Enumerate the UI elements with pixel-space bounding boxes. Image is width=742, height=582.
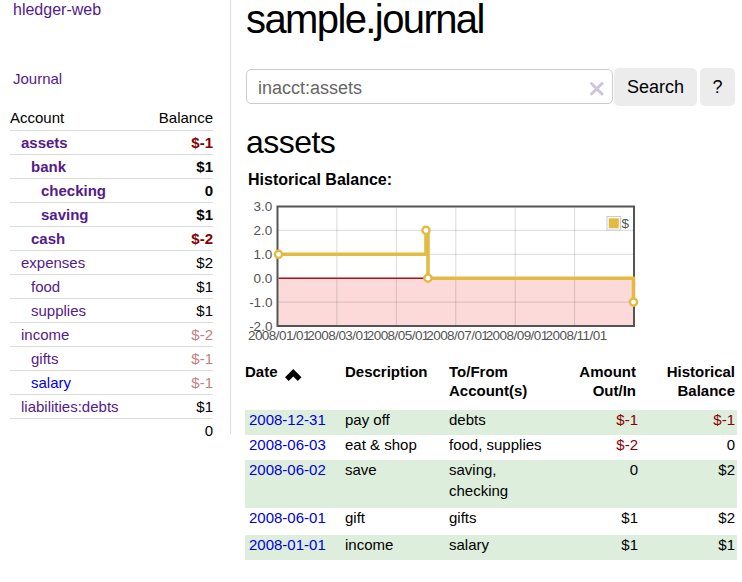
svg-text:-1.0: -1.0 bbox=[249, 295, 272, 310]
svg-text:2008/03/01: 2008/03/01 bbox=[307, 328, 369, 343]
svg-text:$: $ bbox=[622, 216, 630, 231]
svg-text:2.0: 2.0 bbox=[254, 223, 273, 238]
svg-text:2008/01/01: 2008/01/01 bbox=[248, 328, 310, 343]
svg-text:2008/09/01: 2008/09/01 bbox=[486, 328, 548, 343]
svg-text:1.0: 1.0 bbox=[254, 247, 273, 262]
svg-text:0.0: 0.0 bbox=[254, 271, 273, 286]
svg-text:2008/05/01: 2008/05/01 bbox=[367, 328, 429, 343]
svg-text:3.0: 3.0 bbox=[254, 199, 273, 214]
svg-text:2008/11/01: 2008/11/01 bbox=[546, 328, 607, 343]
svg-text:2008/07/01: 2008/07/01 bbox=[426, 328, 488, 343]
